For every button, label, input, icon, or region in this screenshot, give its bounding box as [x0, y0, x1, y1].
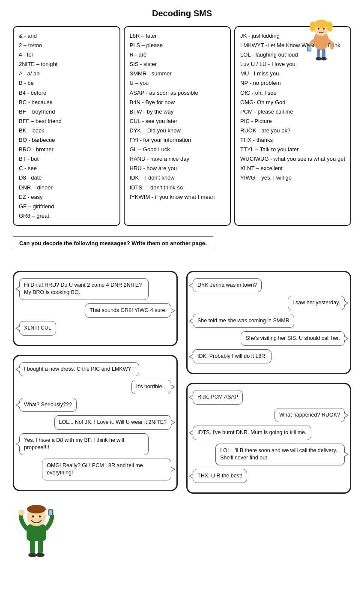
chat-bubble: LOL... No! JK. I Love it. Will U wear it… [54, 415, 171, 430]
svg-point-20 [32, 516, 34, 518]
chat-bubble: IDTS. I've burnt DNR. Mum is going to ki… [193, 426, 311, 440]
abbr-item: GR8 – great [19, 211, 114, 221]
abbr-col-1: & - and2 – to/too4 - for2NITE – tonightA… [13, 26, 120, 226]
bubble-row: She's visiting her SIS. U should call he… [193, 331, 345, 349]
chat-bubble: What? Seriously??? [19, 398, 77, 412]
chat-bubble: She told me she was coming in SMMR [193, 314, 294, 328]
abbr-item: 4 - for [19, 50, 114, 60]
bubble-row: IDK. Probably I will do it L8R. [193, 349, 345, 367]
chat-bubble: Yes, I have a D8 with my BF. I think he … [19, 433, 149, 455]
chat-bubble: LOL. I'll B there soon and we will call … [215, 444, 345, 465]
svg-point-9 [316, 57, 322, 60]
abbr-item: B4 - before [19, 88, 114, 98]
bubble-row: I saw her yesterday. [193, 296, 345, 314]
bubble-row: THX. U R the best! [193, 469, 345, 487]
chat-bubble: She's visiting her SIS. U should call he… [241, 331, 345, 346]
chat-bubble: DYK Jenna was in town? [193, 278, 262, 293]
abbr-item: 2 – to/too [19, 41, 114, 50]
abbr-item: BTW - by the way [130, 107, 225, 117]
abbr-item: R - are [130, 50, 225, 60]
chat-bubble: I bought a new dress. C the PIC and LMKW… [19, 362, 139, 377]
abbr-item: BF – boyfriend [19, 107, 114, 117]
chat-bubble: IDK. Probably I will do it L8R. [193, 349, 272, 364]
svg-point-21 [39, 516, 41, 518]
abbr-item: BRO - brother [19, 145, 114, 154]
conv-box-1: Hi Dina! HRU? Do U want 2 come 4 DNR 2NI… [13, 271, 178, 346]
bubble-row: Yes, I have a D8 with my BF. I think he … [19, 433, 171, 459]
abbr-item: CUL - see you later [130, 117, 225, 126]
boy-illustration [13, 501, 351, 566]
svg-point-3 [310, 21, 316, 32]
abbr-item: MU - I miss you. [240, 69, 345, 78]
abbr-item: B4N - Bye for now [130, 98, 225, 107]
abbr-item: PLS – please [130, 41, 225, 50]
abbr-item: ASAP - as soon as possible [130, 88, 225, 98]
abbr-item: & - and [19, 31, 114, 41]
bubble-row: OMG! Really? GL! PCM L8R and tell me eve… [19, 459, 171, 484]
chat-bubble: Rick, PCM ASAP [193, 390, 243, 405]
abbr-item: RUOK - are you ok? [240, 126, 345, 135]
abbr-item: SMMR - summer [130, 69, 225, 78]
abbr-item: U – you [130, 78, 225, 88]
conversations-section: Hi Dina! HRU? Do U want 2 come 4 DNR 2NI… [13, 271, 351, 494]
chat-bubble: Hi Dina! HRU? Do U want 2 come 4 DNR 2NI… [19, 278, 149, 300]
abbr-item: DNR – dinner [19, 183, 114, 192]
bubble-row: LOL. I'll B there soon and we will call … [193, 444, 345, 469]
chat-bubble: I saw her yesterday. [288, 296, 345, 310]
bubble-row: I bought a new dress. C the PIC and LMKW… [19, 362, 171, 380]
svg-rect-17 [27, 524, 46, 541]
abbr-item: EZ - easy [19, 192, 114, 202]
bubble-row: She told me she was coming in SMMR [193, 314, 345, 332]
svg-rect-8 [322, 49, 325, 58]
abbr-item: WUCIWUG - what you see is what you get [240, 154, 345, 164]
abbr-item: A - a/ an [19, 69, 114, 78]
conv-right: DYK Jenna was in town? I saw her yesterd… [186, 271, 351, 494]
chat-bubble: THX. U R the best! [193, 469, 247, 483]
svg-rect-13 [30, 539, 35, 554]
abbr-item: C - see [19, 164, 114, 173]
abbr-item: BT - but [19, 154, 114, 164]
svg-point-22 [18, 510, 24, 516]
abbr-item: XLNT – excellent [240, 164, 345, 173]
abbr-item: BC - because [19, 98, 114, 107]
abbr-item: FYI - for your information [130, 135, 225, 145]
svg-point-10 [321, 57, 327, 60]
abbr-item: PIC - Picture [240, 117, 345, 126]
bubble-row: DYK Jenna was in town? [193, 278, 345, 296]
abbr-item: THX - thanks [240, 135, 345, 145]
abbr-item: BK – back [19, 126, 114, 135]
abbr-item: L8R – later [130, 31, 225, 41]
bubble-row: Rick, PCM ASAP [193, 390, 345, 408]
svg-point-4 [327, 21, 333, 32]
svg-point-15 [28, 553, 37, 557]
svg-point-2 [314, 20, 328, 28]
abbr-item: OMG- Oh my God [240, 98, 345, 107]
bubble-row: It's horrible... [19, 380, 171, 398]
svg-point-19 [27, 505, 46, 513]
chat-bubble: It's horrible... [131, 380, 171, 394]
abbr-col-2: L8R – laterPLS – pleaseR - areSIS - sist… [124, 26, 231, 226]
bubble-row: LOL... No! JK. I Love it. Will U wear it… [19, 415, 171, 433]
abbr-item: SIS - sister [130, 60, 225, 69]
svg-point-6 [323, 28, 325, 30]
conv-left: Hi Dina! HRU? Do U want 2 come 4 DNR 2NI… [13, 271, 178, 494]
abbr-item: 2NITE – tonight [19, 60, 114, 69]
abbr-item: B - be [19, 78, 114, 88]
abbr-item: GL – Good Luck [130, 145, 225, 154]
conv-box-2: DYK Jenna was in town? I saw her yesterd… [186, 271, 351, 375]
abbr-item: DYK – Did you know [130, 126, 225, 135]
decode-instruction: Can you decode the following messages? W… [13, 236, 213, 250]
abbr-item: HRU - how are you [130, 164, 225, 173]
bubble-row: Hi Dina! HRU? Do U want 2 come 4 DNR 2NI… [19, 278, 171, 303]
bubble-row: What happened? RUOK? [193, 408, 345, 426]
abbr-item: PCM - please call me [240, 107, 345, 117]
chat-bubble: OMG! Really? GL! PCM L8R and tell me eve… [42, 459, 171, 480]
bubble-row: That sounds GR8! YIWG 4 sure. [19, 303, 171, 321]
conv-box-3: I bought a new dress. C the PIC and LMKW… [13, 355, 178, 491]
abbr-item: IYKWIM - if you know what I mean [130, 192, 225, 202]
svg-point-16 [36, 553, 45, 557]
chat-bubble: What happened? RUOK? [274, 408, 345, 423]
abbr-item: D8 - date [19, 173, 114, 183]
chat-bubble: XLNT! CUL [19, 321, 56, 336]
abbr-item: BFF – best friend [19, 117, 114, 126]
